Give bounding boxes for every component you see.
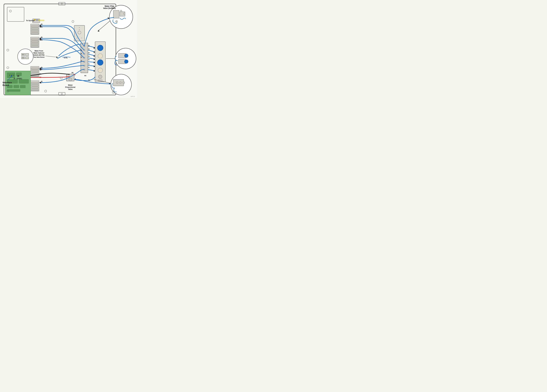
svg-text:BL: BL: [81, 49, 82, 51]
svg-rect-14: [31, 25, 38, 27]
svg-point-43: [98, 54, 103, 58]
svg-text:BK: BK: [22, 54, 24, 55]
svg-point-55: [69, 78, 72, 81]
svg-rect-31: [31, 87, 38, 88]
svg-text:E: E: [79, 29, 80, 30]
j6-label: J6: [17, 75, 19, 77]
wiring-diagram-svg: P E E P: [0, 0, 137, 98]
svg-point-74: [123, 81, 125, 84]
svg-text:BL: BL: [88, 56, 90, 57]
svg-point-44: [97, 60, 103, 65]
svg-text:RD: RD: [22, 57, 24, 58]
svg-rect-10: [36, 19, 38, 21]
eighth-bl-label: 1/8 BL: [64, 57, 68, 59]
svg-text:BL: BL: [41, 39, 43, 41]
artfull-label: ArtFull: [130, 96, 135, 97]
svg-text:RD: RD: [74, 74, 75, 75]
svg-rect-16: [31, 30, 38, 32]
svg-text:BL: BL: [88, 52, 90, 53]
svg-point-66: [124, 54, 128, 58]
svg-text:BK: BK: [39, 73, 41, 75]
svg-rect-29: [31, 82, 38, 84]
svg-point-59: [116, 20, 118, 22]
svg-text:Proportional: Proportional: [65, 86, 75, 88]
water-proportional-label: Water: [68, 84, 73, 86]
svg-rect-19: [31, 38, 38, 40]
svg-rect-26: [31, 72, 38, 74]
svg-point-46: [98, 75, 102, 79]
svg-rect-25: [31, 70, 38, 72]
svg-text:E: E: [77, 38, 77, 39]
svg-text:BL: BL: [41, 67, 43, 68]
svg-text:RD: RD: [39, 77, 41, 78]
svg-rect-93: [25, 57, 29, 59]
svg-point-73: [119, 81, 122, 84]
water-pilot-label: Water Pilot: [105, 5, 114, 7]
svg-text:BL: BL: [81, 53, 82, 54]
svg-point-68: [124, 60, 128, 63]
svg-text:BL: BL: [88, 67, 90, 68]
svg-text:BL: BL: [88, 63, 90, 65]
svg-point-61: [123, 13, 125, 14]
svg-rect-57: [113, 10, 119, 18]
svg-text:BL: BL: [88, 48, 90, 50]
svg-point-88: [13, 75, 14, 76]
svg-text:Valve: Valve: [68, 88, 72, 90]
svg-rect-15: [31, 28, 38, 30]
svg-text:BL: BL: [41, 37, 43, 38]
svg-point-64: [115, 48, 136, 69]
svg-rect-24: [31, 68, 38, 69]
diagram-container: P E E P: [0, 0, 137, 98]
to-syringe-label: To Syringe: [26, 20, 35, 21]
svg-text:BL: BL: [88, 59, 90, 60]
svg-text:*See Note Below: *See Note Below: [33, 56, 45, 58]
svg-rect-30: [31, 84, 38, 86]
svg-rect-91: [25, 53, 29, 56]
water-selector-label: Water From: [34, 50, 43, 52]
svg-rect-85: [7, 89, 20, 92]
svg-point-86: [9, 75, 10, 76]
voltage-label: (0 - 12VDC): [14, 78, 22, 80]
svg-text:BL: BL: [41, 26, 43, 27]
svg-text:BL: BL: [88, 45, 90, 46]
interface-board-label: Interface: [3, 81, 12, 84]
svg-text:Switch (30 PSI): Switch (30 PSI): [33, 54, 44, 56]
svg-text:Valve (bottom): Valve (bottom): [103, 7, 116, 9]
svg-rect-83: [14, 85, 19, 88]
svg-text:P: P: [81, 38, 82, 39]
svg-point-60: [120, 10, 122, 12]
svg-text:BL: BL: [88, 80, 90, 81]
svg-text:BL: BL: [81, 56, 82, 58]
svg-text:BL: BL: [81, 60, 82, 61]
svg-point-72: [116, 81, 118, 84]
svg-rect-20: [31, 41, 38, 43]
svg-rect-17: [31, 32, 38, 34]
svg-rect-84: [20, 85, 25, 88]
svg-text:NC: NC: [84, 75, 86, 76]
svg-text:Water Selector: Water Selector: [33, 52, 44, 54]
svg-text:BK: BK: [72, 72, 74, 73]
svg-text:BL: BL: [41, 81, 43, 82]
svg-rect-21: [31, 43, 38, 45]
svg-rect-81: [19, 79, 29, 83]
svg-text:BL: BL: [41, 68, 43, 70]
svg-text:P: P: [79, 27, 80, 28]
svg-rect-22: [31, 45, 38, 47]
svg-point-45: [98, 68, 103, 73]
svg-point-42: [97, 45, 103, 51]
svg-rect-32: [31, 89, 38, 91]
svg-text:Board: Board: [3, 84, 9, 86]
svg-rect-71: [113, 79, 124, 86]
svg-text:BL: BL: [41, 24, 43, 25]
